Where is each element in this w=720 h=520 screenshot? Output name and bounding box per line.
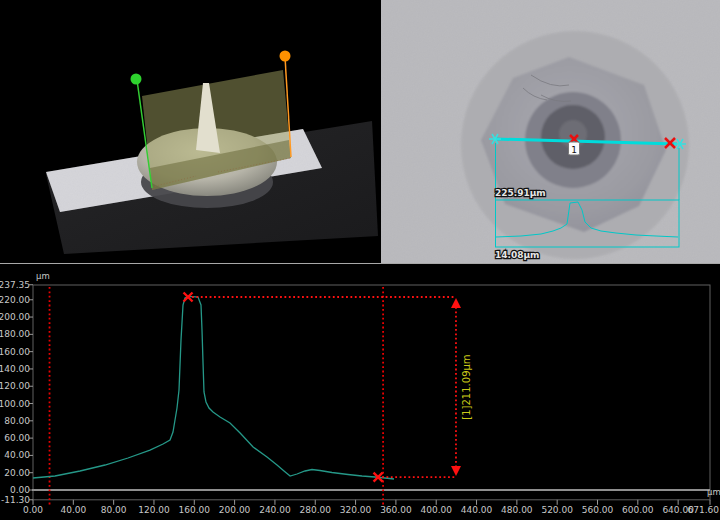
y-tick-label: -11.30 <box>1 495 30 505</box>
x-tick-label: 160.00 <box>179 505 211 515</box>
chart-background <box>0 265 720 520</box>
3d-view-panel[interactable] <box>0 0 378 263</box>
measure-badge-number: 1 <box>571 145 577 155</box>
microscope-image-panel[interactable]: 1 225.91µm 14.08µm <box>381 0 720 263</box>
y-tick-label: 0.00 <box>10 485 30 495</box>
3d-scene <box>0 0 378 263</box>
x-axis-unit: µm <box>707 487 720 497</box>
y-tick-label: 100.00 <box>0 399 30 409</box>
y-tick-label: 80.00 <box>4 416 30 426</box>
y-tick-label: 200.00 <box>0 312 30 322</box>
y-tick-label: 120.00 <box>0 381 30 391</box>
y-tick-label: 220.00 <box>0 295 30 305</box>
x-tick-label: 200.00 <box>219 505 251 515</box>
y-tick-label: 60.00 <box>4 433 30 443</box>
y-tick-label: 20.00 <box>4 468 30 478</box>
x-tick-label: 280.00 <box>300 505 332 515</box>
x-tick-label: 320.00 <box>340 505 372 515</box>
panel-divider <box>0 263 720 264</box>
y-tick-label: 40.00 <box>4 450 30 460</box>
x-tick-label: 480.00 <box>501 505 533 515</box>
x-tick-label: 240.00 <box>259 505 291 515</box>
y-tick-label: 180.00 <box>0 329 30 339</box>
section-start-pin[interactable] <box>131 74 142 85</box>
x-tick-label: 520.00 <box>541 505 573 515</box>
y-axis-unit: µm <box>36 271 50 281</box>
x-tick-label: 120.00 <box>138 505 170 515</box>
profile-chart-panel: 237.35220.00200.00180.00160.00140.00120.… <box>0 265 720 520</box>
y-tick-label: 140.00 <box>0 364 30 374</box>
x-tick-label: 671.60 <box>688 505 720 515</box>
profile-chart: 237.35220.00200.00180.00160.00140.00120.… <box>0 265 720 520</box>
x-tick-label: 360.00 <box>380 505 412 515</box>
section-end-pin[interactable] <box>280 51 291 62</box>
x-tick-label: 560.00 <box>582 505 614 515</box>
x-tick-label: 600.00 <box>622 505 654 515</box>
x-tick-label: 40.00 <box>60 505 86 515</box>
y-tick-label: 160.00 <box>0 347 30 357</box>
measurement-value-label: [1]211.09µm <box>461 354 472 419</box>
y-tick-label: 237.35 <box>0 280 30 290</box>
x-tick-label: 0.00 <box>23 505 43 515</box>
microscope-scene: 1 225.91µm 14.08µm <box>381 0 720 263</box>
x-tick-label: 400.00 <box>420 505 452 515</box>
x-tick-label: 440.00 <box>461 505 493 515</box>
height-measure-label: 14.08µm <box>495 250 539 260</box>
x-tick-label: 80.00 <box>101 505 127 515</box>
width-measure-label: 225.91µm <box>495 188 546 198</box>
